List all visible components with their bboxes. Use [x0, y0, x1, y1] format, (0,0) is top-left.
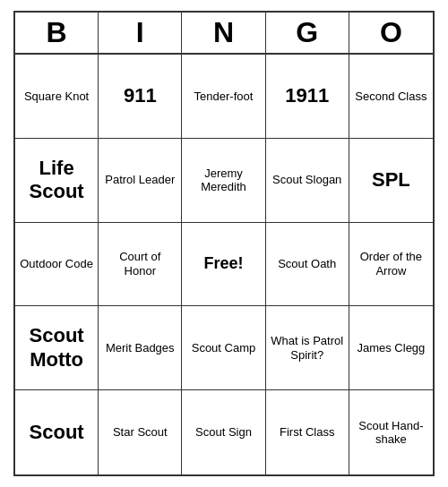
bingo-cell-19[interactable]: James Clegg	[349, 306, 433, 390]
bingo-cell-14[interactable]: Order of the Arrow	[349, 223, 433, 307]
bingo-cell-8[interactable]: Scout Slogan	[266, 139, 349, 223]
bingo-cell-13[interactable]: Scout Oath	[266, 223, 349, 307]
bingo-cell-22[interactable]: Scout Sign	[182, 390, 265, 474]
bingo-cell-6[interactable]: Patrol Leader	[99, 139, 182, 223]
bingo-cell-4[interactable]: Second Class	[349, 55, 433, 139]
header-letter-o: O	[349, 13, 433, 53]
bingo-cell-1[interactable]: 911	[99, 55, 182, 139]
bingo-cell-23[interactable]: First Class	[266, 390, 349, 474]
bingo-cell-16[interactable]: Merit Badges	[99, 306, 182, 390]
bingo-cell-24[interactable]: Scout Hand-shake	[349, 390, 433, 474]
bingo-cell-5[interactable]: Life Scout	[15, 139, 99, 223]
bingo-cell-15[interactable]: Scout Motto	[15, 306, 99, 390]
bingo-card: BINGO Square Knot911Tender-foot1911Secon…	[13, 11, 435, 476]
bingo-cell-2[interactable]: Tender-foot	[182, 55, 265, 139]
header-letter-g: G	[266, 13, 349, 53]
bingo-cell-10[interactable]: Outdoor Code	[15, 223, 99, 307]
header-letter-i: I	[99, 13, 182, 53]
bingo-cell-17[interactable]: Scout Camp	[182, 306, 265, 390]
bingo-cell-9[interactable]: SPL	[349, 139, 433, 223]
bingo-cell-18[interactable]: What is Patrol Spirit?	[266, 306, 349, 390]
header-letter-n: N	[182, 13, 265, 53]
bingo-cell-12[interactable]: Free!	[182, 223, 265, 307]
bingo-grid: Square Knot911Tender-foot1911Second Clas…	[15, 55, 433, 474]
bingo-cell-3[interactable]: 1911	[266, 55, 349, 139]
bingo-cell-0[interactable]: Square Knot	[15, 55, 99, 139]
bingo-cell-7[interactable]: Jeremy Meredith	[182, 139, 265, 223]
bingo-cell-20[interactable]: Scout	[15, 390, 99, 474]
header-letter-b: B	[15, 13, 99, 53]
bingo-header: BINGO	[15, 13, 433, 55]
bingo-cell-11[interactable]: Court of Honor	[99, 223, 182, 307]
bingo-cell-21[interactable]: Star Scout	[99, 390, 182, 474]
